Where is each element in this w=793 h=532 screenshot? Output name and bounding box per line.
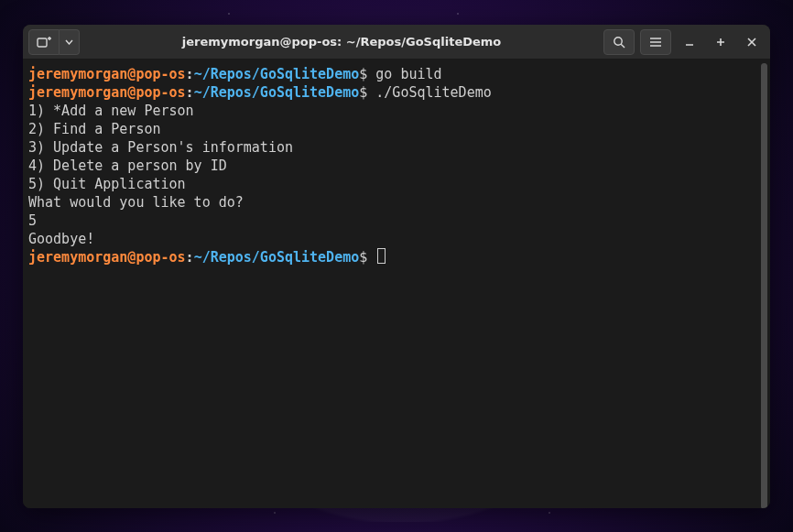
titlebar: jeremymorgan@pop-os: ~/Repos/GoSqliteDem… [23, 25, 770, 60]
output-line: What would you like to do? [28, 194, 244, 211]
hamburger-icon [649, 37, 662, 48]
titlebar-left-group [28, 29, 80, 55]
close-button[interactable] [739, 29, 765, 55]
prompt-sep: : [186, 66, 194, 82]
svg-rect-0 [38, 38, 47, 47]
output-line: 2) Find a Person [28, 121, 161, 137]
prompt-user-host: jeremymorgan@pop-os [28, 66, 186, 82]
prompt-symbol: $ [359, 84, 367, 101]
command-line-1: go build [367, 66, 441, 82]
prompt-sep: : [186, 84, 194, 101]
chevron-down-icon [65, 39, 73, 45]
new-tab-button[interactable] [28, 29, 60, 55]
terminal-output[interactable]: jeremymorgan@pop-os:~/Repos/GoSqliteDemo… [27, 63, 766, 268]
prompt-user-host: jeremymorgan@pop-os [28, 249, 186, 266]
prompt-path: ~/Repos/GoSqliteDemo [194, 66, 360, 82]
output-line: 5) Quit Application [28, 176, 186, 192]
output-line: Goodbye! [28, 231, 94, 247]
prompt-sep: : [186, 249, 194, 266]
svg-line-4 [621, 44, 625, 48]
search-button[interactable] [603, 29, 635, 55]
titlebar-right-group [603, 29, 765, 55]
terminal-cursor [377, 248, 386, 264]
prompt-path: ~/Repos/GoSqliteDemo [194, 249, 360, 266]
menu-button[interactable] [640, 29, 671, 55]
search-icon [613, 36, 625, 49]
new-tab-icon [37, 36, 51, 49]
output-line: 5 [28, 212, 37, 229]
new-tab-dropdown-button[interactable] [60, 29, 80, 55]
command-line-2: ./GoSqliteDemo [367, 84, 491, 101]
svg-point-3 [614, 37, 622, 44]
prompt-path: ~/Repos/GoSqliteDemo [194, 84, 360, 101]
maximize-icon [716, 38, 725, 47]
terminal-window: jeremymorgan@pop-os: ~/Repos/GoSqliteDem… [23, 25, 770, 508]
maximize-button[interactable] [708, 29, 733, 55]
minimize-button[interactable] [677, 29, 702, 55]
prompt-user-host: jeremymorgan@pop-os [28, 84, 186, 101]
output-line: 1) *Add a new Person [28, 103, 194, 119]
prompt-symbol: $ [359, 249, 367, 266]
output-line: 3) Update a Person's information [28, 139, 293, 156]
prompt-symbol: $ [359, 66, 367, 82]
output-line: 4) Delete a person by ID [28, 157, 227, 174]
scrollbar-thumb[interactable] [761, 63, 767, 508]
terminal-body[interactable]: jeremymorgan@pop-os:~/Repos/GoSqliteDemo… [23, 60, 770, 508]
window-title: jeremymorgan@pop-os: ~/Repos/GoSqliteDem… [83, 35, 600, 49]
minimize-icon [685, 38, 694, 47]
close-icon [747, 38, 756, 47]
